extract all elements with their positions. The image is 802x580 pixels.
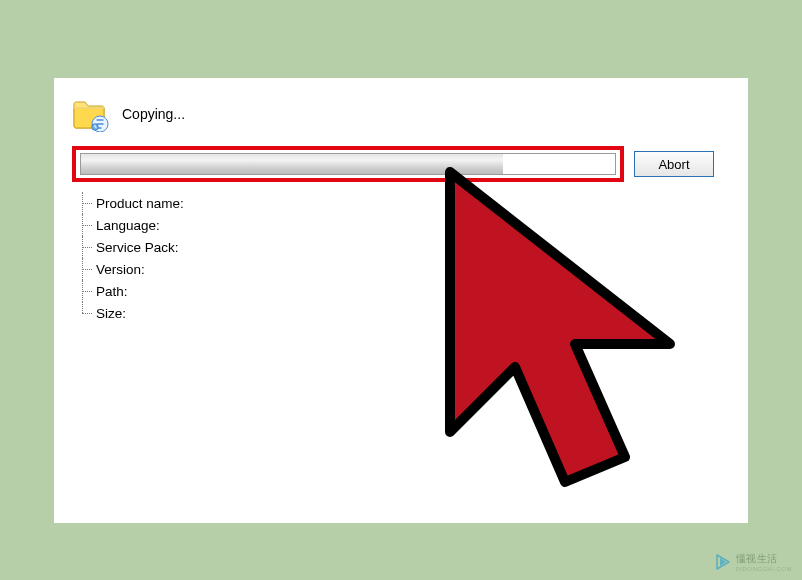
progress-fill xyxy=(81,154,503,174)
info-label: Version: xyxy=(96,262,145,277)
copy-dialog: Copying... Abort Product name: Language:… xyxy=(54,78,748,523)
play-logo-icon xyxy=(714,553,732,571)
progress-row: Abort xyxy=(72,146,730,182)
watermark-sub: DIDONGCHI.COM xyxy=(736,566,793,572)
progress-highlight-box xyxy=(72,146,624,182)
info-label: Path: xyxy=(96,284,128,299)
info-service-pack: Service Pack: xyxy=(78,236,730,258)
tree-branch-icon xyxy=(78,258,96,280)
info-path: Path: xyxy=(78,280,730,302)
tree-branch-icon xyxy=(78,302,96,324)
tree-branch-icon xyxy=(78,214,96,236)
abort-button[interactable]: Abort xyxy=(634,151,714,177)
info-label: Service Pack: xyxy=(96,240,179,255)
info-language: Language: xyxy=(78,214,730,236)
watermark-text: 懂视生活 DIDONGCHI.COM xyxy=(736,552,793,572)
info-label: Size: xyxy=(96,306,126,321)
watermark: 懂视生活 DIDONGCHI.COM xyxy=(714,552,793,572)
info-product-name: Product name: xyxy=(78,192,730,214)
tree-branch-icon xyxy=(78,280,96,302)
progress-bar xyxy=(80,153,616,175)
tree-branch-icon xyxy=(78,192,96,214)
info-size: Size: xyxy=(78,302,730,324)
info-label: Language: xyxy=(96,218,160,233)
folder-copy-icon xyxy=(72,96,112,132)
info-tree: Product name: Language: Service Pack: Ve… xyxy=(78,192,730,324)
status-text: Copying... xyxy=(122,106,185,122)
tree-branch-icon xyxy=(78,236,96,258)
watermark-main: 懂视生活 xyxy=(736,553,778,564)
info-label: Product name: xyxy=(96,196,184,211)
info-version: Version: xyxy=(78,258,730,280)
dialog-header: Copying... xyxy=(72,96,730,132)
